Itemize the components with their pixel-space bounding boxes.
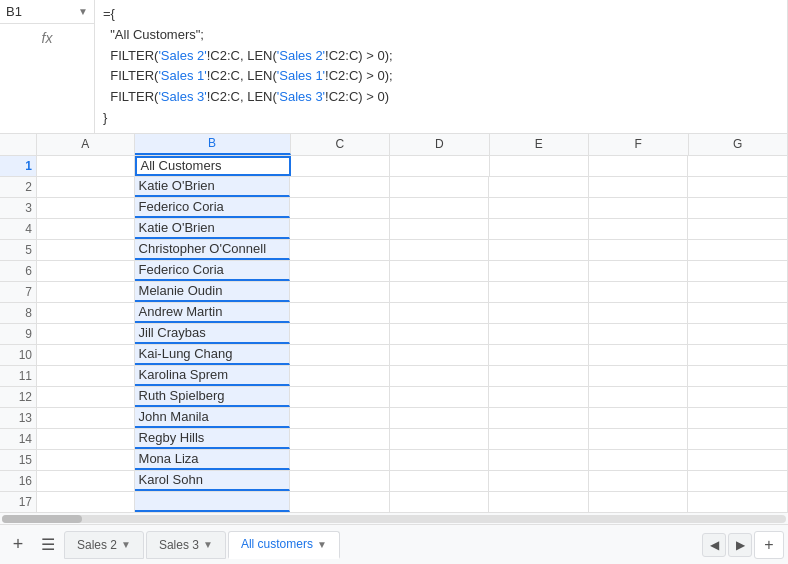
- cell-c-9[interactable]: [290, 324, 390, 344]
- cell-g-9[interactable]: [688, 324, 788, 344]
- tab-sales-3[interactable]: Sales 3 ▼: [146, 531, 226, 559]
- cell-d-1[interactable]: [390, 156, 489, 176]
- cell-d-17[interactable]: [390, 492, 490, 512]
- cell-g-2[interactable]: [688, 177, 788, 197]
- row-number-15[interactable]: 15: [0, 450, 37, 470]
- cell-b-17[interactable]: [135, 492, 291, 512]
- cell-a-1[interactable]: [37, 156, 135, 176]
- cell-b-15[interactable]: Mona Liza: [135, 450, 291, 470]
- cell-g-11[interactable]: [688, 366, 788, 386]
- cell-d-10[interactable]: [390, 345, 490, 365]
- cell-c-1[interactable]: [291, 156, 390, 176]
- cell-a-2[interactable]: [37, 177, 135, 197]
- col-header-d[interactable]: D: [390, 134, 489, 155]
- row-number-8[interactable]: 8: [0, 303, 37, 323]
- cell-c-4[interactable]: [290, 219, 390, 239]
- cell-e-8[interactable]: [489, 303, 589, 323]
- cell-d-8[interactable]: [390, 303, 490, 323]
- cell-b-12[interactable]: Ruth Spielberg: [135, 387, 291, 407]
- col-header-b[interactable]: B: [135, 134, 291, 155]
- cell-reference-display[interactable]: B1 ▼: [0, 0, 94, 24]
- cell-f-10[interactable]: [589, 345, 689, 365]
- cell-d-13[interactable]: [390, 408, 490, 428]
- row-number-4[interactable]: 4: [0, 219, 37, 239]
- cell-f-2[interactable]: [589, 177, 689, 197]
- cell-f-14[interactable]: [589, 429, 689, 449]
- cell-d-9[interactable]: [390, 324, 490, 344]
- cell-g-4[interactable]: [688, 219, 788, 239]
- cell-c-12[interactable]: [290, 387, 390, 407]
- cell-e-5[interactable]: [489, 240, 589, 260]
- cell-g-10[interactable]: [688, 345, 788, 365]
- cell-c-2[interactable]: [290, 177, 390, 197]
- cell-g-6[interactable]: [688, 261, 788, 281]
- cell-b-2[interactable]: Katie O'Brien: [135, 177, 291, 197]
- cell-f-1[interactable]: [589, 156, 688, 176]
- row-number-1[interactable]: 1: [0, 156, 37, 176]
- cell-a-6[interactable]: [37, 261, 135, 281]
- cell-c-16[interactable]: [290, 471, 390, 491]
- cell-e-17[interactable]: [489, 492, 589, 512]
- cell-c-7[interactable]: [290, 282, 390, 302]
- cell-f-11[interactable]: [589, 366, 689, 386]
- cell-d-3[interactable]: [390, 198, 490, 218]
- cell-e-2[interactable]: [489, 177, 589, 197]
- row-number-9[interactable]: 9: [0, 324, 37, 344]
- cell-b-10[interactable]: Kai-Lung Chang: [135, 345, 291, 365]
- cell-d-5[interactable]: [390, 240, 490, 260]
- row-number-10[interactable]: 10: [0, 345, 37, 365]
- cell-c-10[interactable]: [290, 345, 390, 365]
- cell-e-16[interactable]: [489, 471, 589, 491]
- cell-f-5[interactable]: [589, 240, 689, 260]
- cell-a-9[interactable]: [37, 324, 135, 344]
- cell-g-16[interactable]: [688, 471, 788, 491]
- cell-g-15[interactable]: [688, 450, 788, 470]
- formula-content[interactable]: ={ "All Customers"; FILTER('Sales 2'!C2:…: [95, 0, 788, 133]
- cell-f-13[interactable]: [589, 408, 689, 428]
- cell-d-16[interactable]: [390, 471, 490, 491]
- cell-g-5[interactable]: [688, 240, 788, 260]
- cell-e-1[interactable]: [490, 156, 589, 176]
- cell-f-15[interactable]: [589, 450, 689, 470]
- cell-a-17[interactable]: [37, 492, 135, 512]
- cell-g-14[interactable]: [688, 429, 788, 449]
- cell-a-15[interactable]: [37, 450, 135, 470]
- cell-g-3[interactable]: [688, 198, 788, 218]
- col-header-f[interactable]: F: [589, 134, 688, 155]
- cell-d-6[interactable]: [390, 261, 490, 281]
- cell-e-14[interactable]: [489, 429, 589, 449]
- add-sheet-right-button[interactable]: +: [754, 531, 784, 559]
- cell-a-13[interactable]: [37, 408, 135, 428]
- cell-b-1[interactable]: All Customers: [135, 156, 291, 176]
- cell-a-5[interactable]: [37, 240, 135, 260]
- cell-b-11[interactable]: Karolina Sprem: [135, 366, 291, 386]
- cell-e-13[interactable]: [489, 408, 589, 428]
- cell-e-15[interactable]: [489, 450, 589, 470]
- row-number-17[interactable]: 17: [0, 492, 37, 512]
- horizontal-scrollbar[interactable]: [2, 515, 786, 523]
- cell-c-14[interactable]: [290, 429, 390, 449]
- horizontal-scrollbar-area[interactable]: [0, 512, 788, 524]
- cell-c-13[interactable]: [290, 408, 390, 428]
- cell-a-3[interactable]: [37, 198, 135, 218]
- row-number-6[interactable]: 6: [0, 261, 37, 281]
- row-number-5[interactable]: 5: [0, 240, 37, 260]
- cell-d-7[interactable]: [390, 282, 490, 302]
- cell-e-9[interactable]: [489, 324, 589, 344]
- cell-b-13[interactable]: John Manila: [135, 408, 291, 428]
- cell-c-15[interactable]: [290, 450, 390, 470]
- row-number-11[interactable]: 11: [0, 366, 37, 386]
- row-number-2[interactable]: 2: [0, 177, 37, 197]
- row-number-7[interactable]: 7: [0, 282, 37, 302]
- cell-a-10[interactable]: [37, 345, 135, 365]
- cell-d-4[interactable]: [390, 219, 490, 239]
- cell-g-17[interactable]: [688, 492, 788, 512]
- cell-b-5[interactable]: Christopher O'Connell: [135, 240, 291, 260]
- tab-nav-prev[interactable]: ◀: [702, 533, 726, 557]
- cell-e-6[interactable]: [489, 261, 589, 281]
- cell-f-8[interactable]: [589, 303, 689, 323]
- cell-c-8[interactable]: [290, 303, 390, 323]
- row-number-14[interactable]: 14: [0, 429, 37, 449]
- cell-e-11[interactable]: [489, 366, 589, 386]
- row-number-13[interactable]: 13: [0, 408, 37, 428]
